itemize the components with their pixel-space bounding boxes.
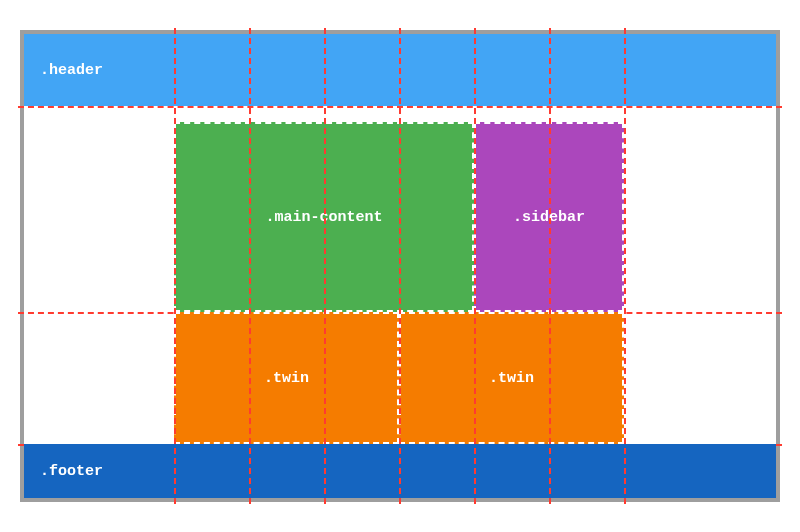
twin-label-2: .twin — [489, 370, 534, 387]
col-guide-4 — [399, 28, 401, 504]
col-guide-3 — [324, 28, 326, 504]
col-guide-7 — [624, 28, 626, 504]
col-guide-5 — [474, 28, 476, 504]
footer-label: .footer — [40, 463, 103, 480]
col-guide-2 — [249, 28, 251, 504]
col-guide-1 — [174, 28, 176, 504]
grid-diagram: .header .main-content .sidebar .twin .tw… — [20, 30, 780, 502]
header-label: .header — [40, 62, 103, 79]
twin-label-1: .twin — [264, 370, 309, 387]
twin-block-1: .twin — [174, 312, 399, 444]
col-guide-6 — [549, 28, 551, 504]
twin-block-2: .twin — [399, 312, 624, 444]
